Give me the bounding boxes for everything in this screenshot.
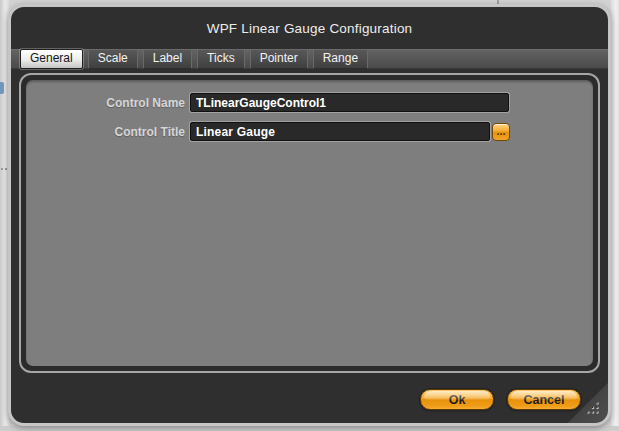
- ellipsis-icon[interactable]: ...: [492, 123, 510, 141]
- tab-range[interactable]: Range: [313, 49, 368, 69]
- tab-pointer[interactable]: Pointer: [250, 49, 308, 69]
- tab-scale[interactable]: Scale: [88, 49, 138, 69]
- general-tab-panel: Control Name Control Title ...: [26, 80, 593, 366]
- tab-general[interactable]: General: [20, 49, 83, 69]
- control-title-input[interactable]: [190, 122, 490, 141]
- dialog-titlebar[interactable]: WPF Linear Gauge Configuration: [11, 7, 608, 49]
- control-title-label: Control Title: [26, 125, 185, 139]
- background-app-right-edge: [611, 0, 619, 431]
- tab-strip: General Scale Label Ticks Pointer Range: [11, 49, 608, 69]
- background-app-bottom-edge: [0, 426, 619, 431]
- gauge-configuration-dialog: WPF Linear Gauge Configuration General S…: [8, 4, 611, 426]
- ok-button[interactable]: Ok: [420, 389, 494, 410]
- general-tab-groupbox: Control Name Control Title ...: [19, 73, 600, 373]
- resize-grip-icon[interactable]: [585, 400, 600, 415]
- cancel-button[interactable]: Cancel: [507, 389, 581, 410]
- dialog-title: WPF Linear Gauge Configuration: [207, 21, 413, 36]
- control-name-label: Control Name: [26, 96, 185, 110]
- background-app-blue-marker: [0, 82, 4, 94]
- tab-label[interactable]: Label: [143, 49, 192, 69]
- tab-ticks[interactable]: Ticks: [197, 49, 245, 69]
- dialog-footer: Ok Cancel: [420, 389, 581, 410]
- control-name-row: Control Name: [26, 93, 593, 112]
- control-name-input[interactable]: [190, 93, 509, 112]
- background-app-dotted-line: [1, 168, 7, 170]
- control-title-row: Control Title ...: [26, 122, 593, 141]
